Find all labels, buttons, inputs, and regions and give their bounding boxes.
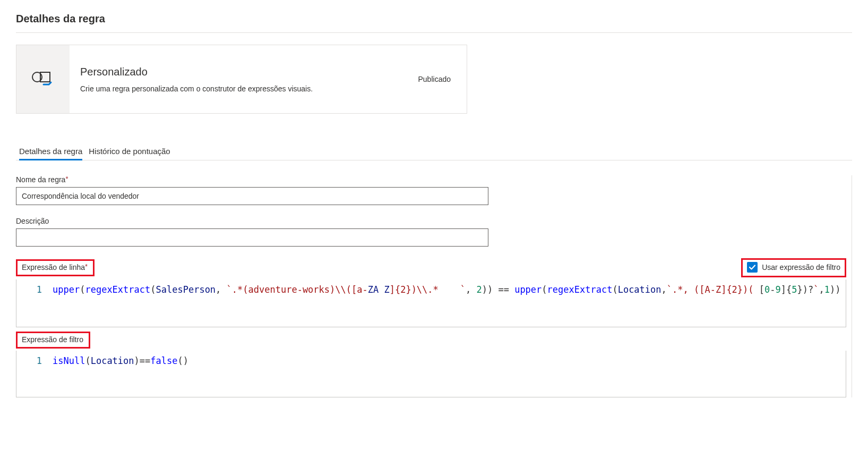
page-title: Detalhes da regra	[16, 13, 852, 25]
checkmark-icon	[749, 264, 756, 271]
filter-expression-label-highlight: Expressão de filtro	[16, 332, 90, 349]
rule-name-field: Nome da regra*	[16, 175, 846, 205]
filter-expression-label: Expressão de filtro	[22, 335, 83, 344]
required-star-icon: *	[85, 262, 88, 270]
description-label: Descrição	[16, 217, 49, 225]
tabs: Detalhes da regra Histórico de pontuação	[16, 143, 852, 160]
tab-score-history[interactable]: Histórico de pontuação	[89, 143, 170, 160]
description-input[interactable]	[16, 228, 488, 247]
tab-rule-details[interactable]: Detalhes da regra	[19, 143, 82, 160]
row-expression-code[interactable]: upper(regexExtract(SalesPerson, `.*(adve…	[48, 279, 846, 327]
rule-card-body: Personalizado Crie uma regra personaliza…	[70, 45, 467, 113]
rule-status: Publicado	[418, 75, 451, 83]
line-number: 1	[16, 279, 48, 327]
row-expression-label: Expressão de linha*	[22, 263, 88, 272]
custom-rule-icon	[16, 45, 70, 113]
line-number: 1	[16, 351, 48, 397]
use-filter-expression-label: Usar expressão de filtro	[762, 263, 840, 272]
filter-expression-editor[interactable]: 1 isNull(Location)==false()	[16, 351, 846, 397]
rule-summary-card: Personalizado Crie uma regra personaliza…	[16, 45, 467, 114]
rule-name-input[interactable]	[16, 187, 488, 205]
filter-expression-code[interactable]: isNull(Location)==false()	[48, 351, 846, 397]
rule-type-description: Crie uma regra personalizada com o const…	[80, 84, 313, 93]
rule-name-label: Nome da regra*	[16, 175, 68, 184]
row-expression-editor[interactable]: 1 upper(regexExtract(SalesPerson, `.*(ad…	[16, 279, 846, 327]
use-filter-expression-highlight: Usar expressão de filtro	[741, 258, 846, 277]
row-expression-label-highlight: Expressão de linha*	[16, 259, 94, 276]
divider	[16, 32, 852, 33]
description-field: Descrição	[16, 217, 846, 247]
use-filter-expression-checkbox[interactable]	[747, 262, 758, 273]
rule-type-title: Personalizado	[80, 66, 313, 78]
required-star-icon: *	[65, 175, 68, 183]
